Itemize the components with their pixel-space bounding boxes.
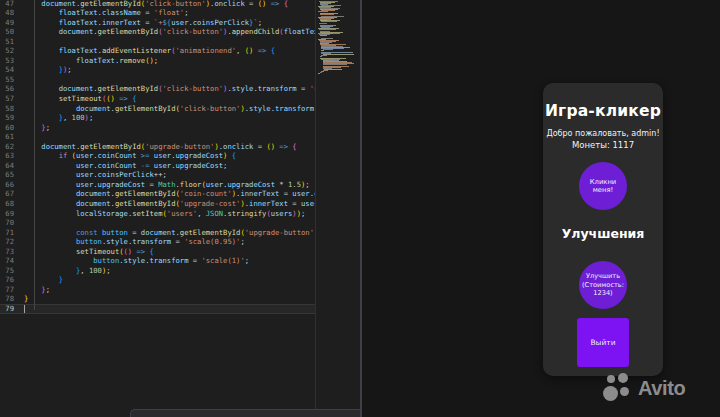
code-line-61[interactable]: 61: [0, 132, 315, 142]
line-number: 57: [0, 94, 14, 104]
minimap-line: [320, 35, 327, 36]
line-number: 48: [0, 8, 14, 18]
line-number: 69: [0, 209, 14, 219]
code-editor-pane[interactable]: 47 document.getElementById('click-button…: [0, 0, 362, 417]
line-number: 51: [0, 37, 14, 47]
code-line-53[interactable]: 53 floatText.remove();: [0, 56, 315, 66]
line-number: 53: [0, 56, 14, 66]
code-line-70[interactable]: 70: [0, 218, 315, 228]
code-line-73[interactable]: 73 setTimeout(() => {: [0, 247, 315, 257]
code-line-62[interactable]: 62 document.getElementById('upgrade-butt…: [0, 142, 315, 152]
code-line-51[interactable]: 51: [0, 37, 315, 47]
code-text: [24, 218, 315, 228]
minimap-line: [323, 70, 328, 71]
line-number: 75: [0, 266, 14, 276]
code-text: setTimeout(() => {: [24, 247, 315, 257]
upgrade-button[interactable]: Улучшить (Стоимость: 1234): [579, 261, 627, 309]
code-text: }, 100);: [24, 266, 315, 276]
code-text: document.getElementById('click-button').…: [24, 0, 315, 8]
editor-minimap-divider: [315, 0, 316, 409]
line-number: 63: [0, 151, 14, 161]
code-line-52[interactable]: 52 floatText.addEventListener('animation…: [0, 46, 315, 56]
code-text: [24, 75, 315, 85]
line-number: 52: [0, 46, 14, 56]
code-line-56[interactable]: 56 document.getElementById('click-button…: [0, 84, 315, 94]
code-line-57[interactable]: 57 setTimeout(() => {: [0, 94, 315, 104]
line-number: 66: [0, 180, 14, 190]
line-number: 72: [0, 237, 14, 247]
code-text: setTimeout(() => {: [24, 94, 315, 104]
coin-counter: Монеты: 1117: [543, 140, 663, 150]
code-line-58[interactable]: 58 document.getElementById('click-button…: [0, 104, 315, 114]
text-cursor: [24, 305, 25, 313]
code-text: [24, 37, 315, 47]
editor-right-border: [360, 0, 362, 417]
minimap-line: [323, 64, 347, 65]
code-text: }: [24, 275, 315, 285]
code-text: [24, 304, 315, 314]
code-line-64[interactable]: 64 user.coinCount -= user.upgradeCost;: [0, 161, 315, 171]
code-line-71[interactable]: 71 const button = document.getElementByI…: [0, 228, 315, 238]
code-text: document.getElementById('click-button').…: [24, 27, 315, 37]
code-line-68[interactable]: 68 document.getElementById('upgrade-cost…: [0, 199, 315, 209]
minimap-line: [318, 73, 320, 74]
line-number: 55: [0, 75, 14, 85]
code-line-55[interactable]: 55: [0, 75, 315, 85]
line-number: 47: [0, 0, 14, 8]
code-line-65[interactable]: 65 user.coinsPerClick++;: [0, 170, 315, 180]
code-line-75[interactable]: 75 }, 100);: [0, 266, 315, 276]
bottom-panel-edge: [130, 409, 362, 417]
code-text: document.getElementById('coin-count').in…: [24, 189, 315, 199]
code-line-72[interactable]: 72 button.style.transform = 'scale(0.95)…: [0, 237, 315, 247]
indent-guide-line: [34, 0, 35, 310]
code-line-49[interactable]: 49 floatText.innerText = `+${user.coinsP…: [0, 18, 315, 28]
line-number: 78: [0, 294, 14, 304]
line-number: 50: [0, 27, 14, 37]
minimap-line: [321, 21, 337, 22]
code-line-69[interactable]: 69 localStorage.setItem('users', JSON.st…: [0, 209, 315, 219]
code-text: user.coinCount -= user.upgradeCost;: [24, 161, 315, 171]
code-text: };: [24, 285, 315, 295]
line-number: 79: [0, 304, 14, 314]
code-line-60[interactable]: 60 };: [0, 123, 315, 133]
code-text: };: [24, 123, 315, 133]
minimap-line: [319, 7, 332, 8]
code-line-77[interactable]: 77 };: [0, 285, 315, 295]
code-line-48[interactable]: 48 floatText.className = 'float';: [0, 8, 315, 18]
code-line-47[interactable]: 47 document.getElementById('click-button…: [0, 0, 315, 8]
code-line-50[interactable]: 50 document.getElementById('click-button…: [0, 27, 315, 37]
code-line-67[interactable]: 67 document.getElementById('coin-count')…: [0, 189, 315, 199]
line-number: 65: [0, 170, 14, 180]
code-line-66[interactable]: 66 user.upgradeCost = Math.floor(user.up…: [0, 180, 315, 190]
code-line-79[interactable]: 79: [0, 304, 315, 314]
line-number: 70: [0, 218, 14, 228]
code-line-78[interactable]: 78}: [0, 294, 315, 304]
minimap[interactable]: [318, 0, 355, 417]
code-text: floatText.remove();: [24, 56, 315, 66]
code-line-54[interactable]: 54 });: [0, 65, 315, 75]
code-text: document.getElementById('click-button').…: [24, 104, 315, 114]
logout-button[interactable]: Выйти: [577, 318, 629, 367]
code-text: }, 100);: [24, 113, 315, 123]
click-button-label: Кликни меня!: [580, 178, 626, 195]
line-number: 67: [0, 189, 14, 199]
avito-watermark: Avito: [603, 373, 685, 404]
code-text: document.getElementById('upgrade-button'…: [24, 142, 315, 152]
code-text: floatText.className = 'float';: [24, 8, 315, 18]
line-number: 64: [0, 161, 14, 171]
line-number: 76: [0, 275, 14, 285]
line-number: 58: [0, 104, 14, 114]
code-line-63[interactable]: 63 if (user.coinCount >= user.upgradeCos…: [0, 151, 315, 161]
code-line-59[interactable]: 59 }, 100);: [0, 113, 315, 123]
game-preview-card: Игра-кликер Добро пожаловать, admin! Мон…: [543, 83, 663, 376]
code-line-76[interactable]: 76 }: [0, 275, 315, 285]
line-number: 61: [0, 132, 14, 142]
minimap-line: [319, 29, 337, 30]
line-number: 56: [0, 84, 14, 94]
code-lines[interactable]: 47 document.getElementById('click-button…: [0, 0, 315, 314]
code-text: floatText.addEventListener('animationend…: [24, 46, 315, 56]
click-button[interactable]: Кликни меня!: [579, 162, 627, 210]
welcome-text: Добро пожаловать, admin!: [543, 129, 663, 138]
minimap-line: [318, 11, 328, 12]
code-line-74[interactable]: 74 button.style.transform = 'scale(1)';: [0, 256, 315, 266]
